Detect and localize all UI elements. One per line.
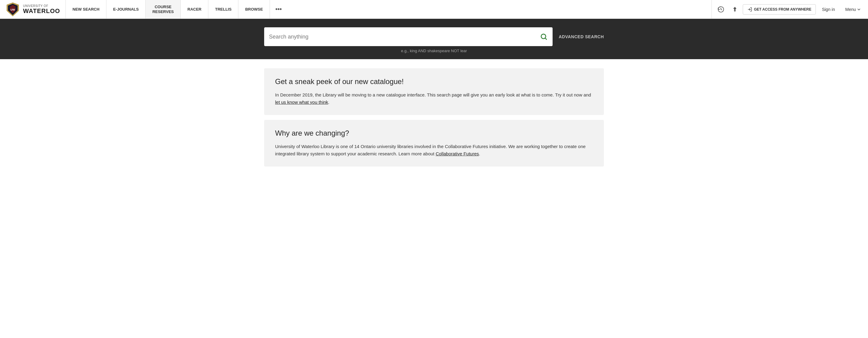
pin-icon[interactable]	[729, 3, 741, 16]
sneak-peek-body-before: In December 2019, the Library will be mo…	[275, 92, 591, 97]
svg-text:UW: UW	[11, 8, 15, 11]
nav-item-racer[interactable]: RACER	[181, 0, 208, 19]
nav-links: NEW SEARCH E-JOURNALS COURSE RESERVES RA…	[65, 0, 712, 19]
logo-shield-icon: UW	[5, 2, 20, 17]
get-access-label: GET ACCESS FROM ANYWHERE	[754, 7, 811, 11]
sign-in-button[interactable]: Sign in	[818, 7, 839, 12]
collaborative-futures-link[interactable]: Collaborative Futures	[436, 151, 479, 156]
nav-more-button[interactable]: •••	[270, 0, 287, 19]
sneak-peek-link[interactable]: let us know what you think	[275, 99, 328, 105]
svg-line-8	[545, 38, 547, 40]
svg-point-7	[541, 34, 546, 38]
logo-waterloo: WATERLOO	[23, 8, 60, 14]
advanced-search-link[interactable]: ADVANCED SEARCH	[559, 34, 604, 39]
why-changing-body: University of Waterloo Library is one of…	[275, 143, 593, 157]
logo[interactable]: UW UNIVERSITY OF WATERLOO	[0, 0, 65, 19]
chevron-down-icon	[857, 8, 861, 11]
nav-item-browse[interactable]: BROWSE	[238, 0, 270, 19]
why-changing-body-before: University of Waterloo Library is one of…	[275, 144, 586, 156]
logo-univ-of: UNIVERSITY OF	[23, 4, 60, 8]
search-icon	[540, 33, 548, 41]
main-nav: UW UNIVERSITY OF WATERLOO NEW SEARCH E-J…	[0, 0, 868, 19]
search-box	[264, 27, 553, 46]
nav-item-e-journals[interactable]: E-JOURNALS	[106, 0, 146, 19]
search-hint: e.g., king AND shakespeare NOT lear	[258, 49, 610, 53]
menu-button[interactable]: Menu	[841, 7, 865, 12]
why-changing-body-after: .	[479, 151, 480, 156]
why-changing-heading: Why are we changing?	[275, 129, 593, 137]
search-input[interactable]	[269, 34, 540, 40]
search-button[interactable]	[540, 33, 548, 41]
nav-right: GET ACCESS FROM ANYWHERE Sign in Menu	[712, 0, 868, 19]
sneak-peek-body-after: .	[328, 99, 329, 105]
sneak-peek-body: In December 2019, the Library will be mo…	[275, 91, 593, 106]
sneak-peek-heading: Get a sneak peek of our new catalogue!	[275, 78, 593, 86]
main-content: Get a sneak peek of our new catalogue! I…	[258, 68, 610, 166]
search-hero: ADVANCED SEARCH e.g., king AND shakespea…	[0, 19, 868, 59]
get-access-button[interactable]: GET ACCESS FROM ANYWHERE	[743, 4, 816, 14]
why-changing-card: Why are we changing? University of Water…	[264, 120, 604, 166]
login-icon	[747, 7, 752, 12]
sneak-peek-card: Get a sneak peek of our new catalogue! I…	[264, 68, 604, 115]
nav-item-course-reserves[interactable]: COURSE RESERVES	[145, 0, 181, 19]
search-container: ADVANCED SEARCH	[258, 27, 610, 46]
nav-item-new-search[interactable]: NEW SEARCH	[65, 0, 106, 19]
history-icon[interactable]	[715, 3, 727, 16]
nav-item-trellis[interactable]: TRELLIS	[208, 0, 238, 19]
